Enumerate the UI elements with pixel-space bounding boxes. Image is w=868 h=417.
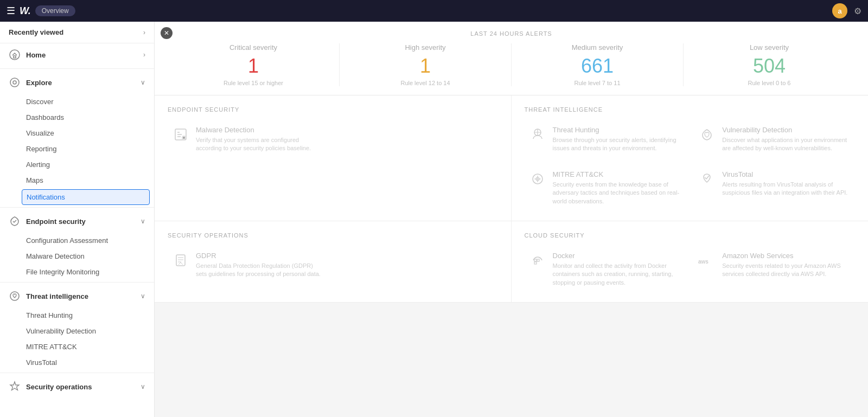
endpoint-label: Endpoint security (26, 217, 135, 226)
malware-detection-info: Malware Detection Verify that your syste… (196, 126, 324, 153)
sidebar-sub-mitre[interactable]: MITRE ATT&CK (0, 339, 154, 355)
sidebar-sub-maps[interactable]: Maps (0, 172, 154, 188)
gdpr-icon (172, 252, 189, 269)
sidebar-item-threat[interactable]: Threat intelligence ∨ (0, 285, 154, 307)
malware-detection-desc: Verify that your systems are configured … (196, 136, 324, 153)
sidebar-sub-virustotal[interactable]: VirusTotal (0, 355, 154, 370)
gdpr-info: GDPR General Data Protection Regulation … (196, 252, 324, 279)
vuln-detection-card[interactable]: Vulnerability Detection Discover what ap… (694, 121, 855, 157)
alert-stats-row: Critical severity 1 Rule level 15 or hig… (168, 43, 855, 86)
threat-hunting-title: Threat Hunting (553, 126, 681, 134)
critical-value: 1 (168, 55, 339, 78)
explore-chevron: ∨ (141, 79, 145, 86)
svg-point-3 (13, 81, 16, 84)
malware-detection-card[interactable]: Malware Detection Verify that your syste… (168, 121, 328, 157)
user-avatar[interactable]: a (832, 3, 847, 18)
threat-hunting-card[interactable]: Threat Hunting Browse through your secur… (525, 121, 686, 157)
main-content: LAST 24 HOURS ALERTS Critical severity 1… (155, 22, 868, 303)
gdpr-title: GDPR (196, 252, 324, 260)
top-bar-right: a ⚙ (832, 3, 861, 18)
vuln-detection-info: Vulnerability Detection Discover what ap… (722, 126, 851, 153)
security-ops-icon (9, 381, 21, 393)
recently-viewed-header[interactable]: Recently viewed › (0, 22, 154, 43)
high-sub: Rule level 12 to 14 (340, 80, 511, 86)
security-operations-section: SECURITY OPERATIONS GDPR General Data Pr… (155, 221, 512, 303)
vuln-detection-icon (698, 126, 716, 143)
divider-1 (0, 68, 154, 69)
sidebar-sub-discover[interactable]: Discover (0, 94, 154, 110)
menu-icon[interactable]: ☰ (7, 5, 15, 17)
critical-label: Critical severity (168, 43, 339, 52)
virustotal-info: VirusTotal Alerts resulting from VirusTo… (722, 170, 851, 197)
threat-chevron: ∨ (141, 292, 145, 300)
high-label: High severity (340, 43, 511, 52)
gear-icon[interactable]: ⚙ (854, 6, 861, 16)
sidebar: Recently viewed › Home › Explore ∨ Disco… (0, 22, 155, 417)
svg-rect-13 (534, 262, 537, 264)
home-chevron: › (143, 51, 145, 59)
sidebar-item-endpoint[interactable]: Endpoint security ∨ (0, 210, 154, 233)
sidebar-sub-threat-hunting[interactable]: Threat Hunting (0, 307, 154, 323)
sidebar-item-explore[interactable]: Explore ∨ (0, 71, 154, 94)
sidebar-sub-vuln-detection[interactable]: Vulnerability Detection (0, 323, 154, 339)
medium-value: 661 (512, 55, 683, 78)
sidebar-sub-config-assessment[interactable]: Configuration Assessment (0, 233, 154, 248)
aws-card[interactable]: aws Amazon Web Services Security events … (694, 247, 855, 291)
aws-icon: aws (698, 252, 716, 269)
sidebar-sub-dashboards[interactable]: Dashboards (0, 110, 154, 125)
critical-sub: Rule level 15 or higher (168, 80, 339, 86)
threat-hunting-icon (529, 126, 546, 143)
sidebar-sub-notifications[interactable]: Notifications (22, 189, 150, 205)
divider-4 (0, 373, 154, 373)
critical-severity-stat[interactable]: Critical severity 1 Rule level 15 or hig… (168, 43, 339, 86)
medium-sub: Rule level 7 to 11 (512, 80, 683, 86)
sidebar-sub-visualize[interactable]: Visualize (0, 125, 154, 141)
sidebar-item-home[interactable]: Home › (0, 43, 154, 66)
virustotal-card[interactable]: VirusTotal Alerts resulting from VirusTo… (694, 166, 855, 210)
sidebar-sub-malware-detection[interactable]: Malware Detection (0, 248, 154, 264)
endpoint-security-section: ENDPOINT SECURITY Malware Detection (155, 95, 512, 221)
security-ops-module-grid: GDPR General Data Protection Regulation … (168, 247, 498, 283)
alerts-label: LAST 24 HOURS ALERTS (168, 30, 855, 37)
endpoint-module-grid: Malware Detection Verify that your syste… (168, 121, 498, 157)
mitre-title: MITRE ATT&CK (553, 170, 681, 178)
gdpr-desc: General Data Protection Regulation (GDPR… (196, 262, 324, 279)
docker-title: Docker (553, 252, 681, 260)
threat-section-label: THREAT INTELLIGENCE (525, 106, 856, 113)
home-label: Home (26, 51, 138, 59)
high-severity-stat[interactable]: High severity 1 Rule level 12 to 14 (339, 43, 511, 86)
mitre-card[interactable]: MITRE ATT&CK Security events from the kn… (525, 166, 686, 210)
mitre-desc: Security events from the knowledge base … (553, 181, 681, 206)
cloud-module-grid: Docker Monitor and collect the activity … (525, 247, 856, 291)
medium-label: Medium severity (512, 43, 683, 52)
overview-tab[interactable]: Overview (35, 5, 75, 16)
endpoint-chevron: ∨ (141, 217, 145, 225)
security-ops-label: Security operations (26, 383, 135, 391)
sidebar-sub-reporting[interactable]: Reporting (0, 141, 154, 157)
close-button[interactable]: ✕ (161, 27, 173, 39)
vuln-detection-desc: Discover what applications in your envir… (722, 136, 851, 153)
app-logo: W. (20, 5, 31, 17)
svg-rect-1 (14, 56, 16, 58)
gdpr-card[interactable]: GDPR General Data Protection Regulation … (168, 247, 328, 283)
sidebar-item-security-ops[interactable]: Security operations ∨ (0, 375, 154, 398)
aws-title: Amazon Web Services (722, 252, 851, 260)
threat-module-grid: Threat Hunting Browse through your secur… (525, 121, 856, 210)
empty-card-1 (337, 121, 497, 157)
low-sub: Rule level 0 to 6 (684, 80, 855, 86)
recently-viewed-chevron: › (143, 29, 145, 36)
low-severity-stat[interactable]: Low severity 504 Rule level 0 to 6 (683, 43, 855, 86)
high-value: 1 (340, 55, 511, 78)
home-icon (9, 49, 21, 61)
svg-rect-11 (534, 259, 537, 261)
docker-info: Docker Monitor and collect the activity … (553, 252, 681, 287)
sidebar-sub-file-integrity[interactable]: File Integrity Monitoring (0, 264, 154, 280)
virustotal-icon (698, 170, 716, 188)
cloud-security-label: CLOUD SECURITY (525, 232, 856, 239)
medium-severity-stat[interactable]: Medium severity 661 Rule level 7 to 11 (511, 43, 683, 86)
svg-rect-12 (537, 259, 539, 261)
malware-detection-icon (172, 126, 189, 143)
recently-viewed-label: Recently viewed (9, 28, 63, 36)
docker-card[interactable]: Docker Monitor and collect the activity … (525, 247, 686, 291)
sidebar-sub-alerting[interactable]: Alerting (0, 157, 154, 172)
